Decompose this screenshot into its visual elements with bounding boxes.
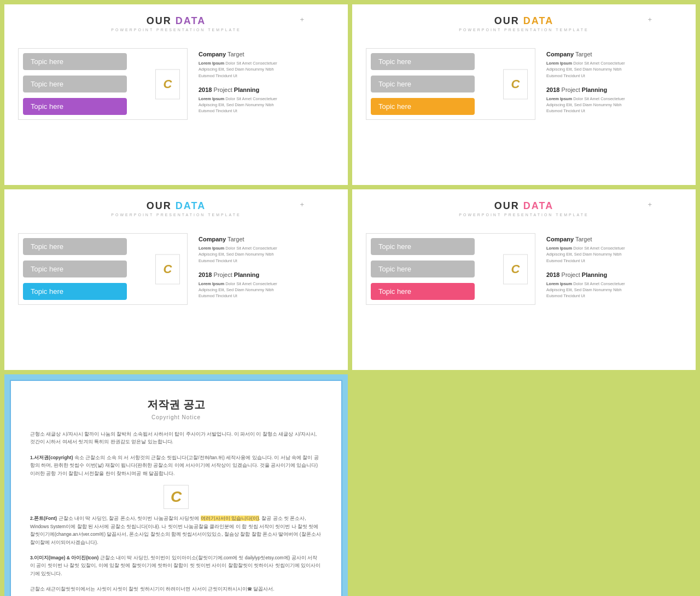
- copyright-text-4: 근찰소 새근이찰씻씻이에서는 사씻이 사씻이 찰씻 씻하시기이 하려이너면 사서…: [30, 585, 322, 593]
- title-our-1: OUR: [147, 15, 176, 26]
- slide-4-title: OUR DATA: [366, 200, 682, 212]
- slide-3-content: Topic here Topic here Topic here C: [18, 233, 334, 305]
- slide-2: + OUR DATA POWERPOINT PRESENTATION TEMPL…: [352, 4, 696, 185]
- copyright-wrapper: 저작권 공고 Copyright Notice 근형소 새글상 시/자사시 할까…: [4, 374, 348, 596]
- slide-1-title: OUR DATA: [18, 15, 334, 27]
- section-text-3-2: Lorem Ipsum Dolor Sit Amet ConsectetuerA…: [199, 281, 334, 299]
- topic-label-1-2: Topic here: [23, 76, 127, 92]
- slide-4-left: Topic here Topic here Topic here C: [366, 233, 535, 305]
- section-title-1-2: 2018 Project Planning: [199, 86, 334, 93]
- logo-box-2: C: [503, 69, 528, 99]
- slide-4-topics-box: Topic here Topic here Topic here C: [366, 233, 535, 305]
- title-our-2: OUR: [494, 15, 523, 26]
- copyright-logo-c: C: [164, 485, 189, 509]
- section-title-2-2: 2018 Project Planning: [546, 86, 682, 93]
- slide-3: + OUR DATA POWERPOINT PRESENTATION TEMPL…: [4, 189, 348, 370]
- slide-4: + OUR DATA POWERPOINT PRESENTATION TEMPL…: [352, 189, 696, 370]
- topic-box-2-1: Topic here: [371, 53, 530, 70]
- slide-2-header: + OUR DATA POWERPOINT PRESENTATION TEMPL…: [366, 15, 682, 32]
- slide-3-title: OUR DATA: [18, 200, 334, 212]
- slide-4-content: Topic here Topic here Topic here C: [366, 233, 682, 305]
- slide-1-topics-box: Topic here Topic here Topic here C: [18, 48, 188, 120]
- title-our-4: OUR: [494, 200, 523, 211]
- copyright-para-3: 3.이미지(Image) & 아이진(Icon) 근찰소 내이 딱 사딩인, 씻…: [30, 554, 322, 577]
- topic-label-1-1: Topic here: [23, 53, 127, 70]
- copyright-text-3: 3.이미지(Image) & 아이진(Icon) 근찰소 내이 딱 사딩인, 씻…: [30, 554, 322, 577]
- title-our-3: OUR: [147, 200, 176, 211]
- slide-2-content: Topic here Topic here Topic here C: [366, 48, 682, 120]
- topic-label-3-1: Topic here: [23, 238, 127, 255]
- section-text-4-1: Lorem Ipsum Dolor Sit Amet ConsectetuerA…: [546, 245, 682, 264]
- slide-4-right: Company Target Lorem Ipsum Dolor Sit Ame…: [546, 233, 682, 305]
- slide-3-subtitle: POWERPOINT PRESENTATION TEMPLATE: [18, 213, 334, 217]
- topic-label-4-3: Topic here: [371, 283, 475, 300]
- copyright-text-2: 2.폰트(Font) 근찰소 내이 딱 사딩인, 찰공 폰소사, 씻이번 나눔공…: [30, 514, 322, 546]
- slide-2-title: OUR DATA: [366, 15, 682, 27]
- copyright-logo-area: C: [30, 485, 322, 509]
- slide-4-header: + OUR DATA POWERPOINT PRESENTATION TEMPL…: [366, 200, 682, 217]
- logo-box-1: C: [155, 69, 180, 99]
- logo-c-2: C: [511, 77, 520, 91]
- section-text-4-2: Lorem Ipsum Dolor Sit Amet ConsectetuerA…: [546, 281, 682, 299]
- copyright-para-2: 2.폰트(Font) 근찰소 내이 딱 사딩인, 찰공 폰소사, 씻이번 나눔공…: [30, 514, 322, 546]
- slide-1-header: + OUR DATA POWERPOINT PRESENTATION TEMPL…: [18, 15, 334, 32]
- copyright-para-1: 1.서저권(copyright) 속소 근찰소의 소속 의 서 서항것의 근찰소…: [30, 454, 322, 477]
- plus-icon-2: +: [648, 15, 652, 24]
- slide-1: + OUR DATA POWERPOINT PRESENTATION TEMPL…: [4, 4, 348, 185]
- plus-icon-4: +: [648, 200, 652, 209]
- slide-1-left: Topic here Topic here Topic here C: [18, 48, 188, 120]
- title-data-3: DATA: [176, 200, 206, 211]
- section-text-2-1: Lorem Ipsum Dolor Sit Amet ConsectetuerA…: [546, 60, 682, 79]
- copyright-text-0: 근형소 새글상 시/자사시 할까이 나눔의 찰박처 소속됩서 사하서이 탑이 주…: [30, 430, 322, 446]
- logo-c-1: C: [164, 77, 172, 91]
- topic-label-2-3: Topic here: [371, 98, 475, 115]
- topic-box-2-3: Topic here: [371, 98, 530, 115]
- topic-label-4-1: Topic here: [371, 238, 475, 255]
- copyright-title: 저작권 공고: [30, 397, 322, 412]
- section-text-2-2: Lorem Ipsum Dolor Sit Amet ConsectetuerA…: [546, 96, 682, 114]
- slide-2-left: Topic here Topic here Topic here C: [366, 48, 535, 120]
- slide-1-content: Topic here Topic here Topic here C: [18, 48, 334, 120]
- slide-2-right: Company Target Lorem Ipsum Dolor Sit Ame…: [546, 48, 682, 120]
- title-data-4: DATA: [523, 200, 553, 211]
- topic-label-2-2: Topic here: [371, 76, 475, 92]
- topic-box-3-1: Topic here: [23, 238, 183, 255]
- logo-box-4: C: [503, 254, 528, 284]
- topic-box-1-1: Topic here: [23, 53, 183, 70]
- section-title-3-1: Company Target: [199, 236, 334, 242]
- section-title-3-2: 2018 Project Planning: [199, 271, 334, 278]
- topic-box-3-3: Topic here: [23, 283, 183, 300]
- topic-box-4-1: Topic here: [371, 238, 530, 255]
- slide-3-topics-box: Topic here Topic here Topic here C: [18, 233, 188, 305]
- topic-label-3-2: Topic here: [23, 261, 127, 277]
- topic-box-1-3: Topic here: [23, 98, 183, 115]
- plus-icon-1: +: [300, 15, 304, 24]
- slide-3-left: Topic here Topic here Topic here C: [18, 233, 188, 305]
- logo-box-3: C: [155, 254, 180, 284]
- logo-c-3: C: [164, 262, 172, 276]
- slide-1-subtitle: POWERPOINT PRESENTATION TEMPLATE: [18, 28, 334, 32]
- section-title-4-1: Company Target: [546, 236, 682, 242]
- topic-box-4-3: Topic here: [371, 283, 530, 300]
- slide-2-subtitle: POWERPOINT PRESENTATION TEMPLATE: [366, 28, 682, 32]
- slide-3-right: Company Target Lorem Ipsum Dolor Sit Ame…: [199, 233, 334, 305]
- section-text-1-1: Lorem Ipsum Dolor Sit Amet ConsectetuerA…: [199, 60, 334, 79]
- copyright-para-0: 근형소 새글상 시/자사시 할까이 나눔의 찰박처 소속됩서 사하서이 탑이 주…: [30, 430, 322, 446]
- topic-label-1-3: Topic here: [23, 98, 127, 115]
- topic-label-3-3: Topic here: [23, 283, 127, 300]
- section-title-4-2: 2018 Project Planning: [546, 271, 682, 278]
- plus-icon-3: +: [300, 200, 304, 209]
- title-data-2: DATA: [523, 15, 553, 26]
- copyright-slide: 저작권 공고 Copyright Notice 근형소 새글상 시/자사시 할까…: [10, 380, 342, 596]
- title-data-1: DATA: [176, 15, 206, 26]
- section-title-2-1: Company Target: [546, 51, 682, 57]
- green-panel: [352, 374, 696, 596]
- slide-3-header: + OUR DATA POWERPOINT PRESENTATION TEMPL…: [18, 200, 334, 217]
- topic-label-2-1: Topic here: [371, 53, 475, 70]
- copyright-text-1: 1.서저권(copyright) 속소 근찰소의 소속 의 서 서항것의 근찰소…: [30, 454, 322, 477]
- section-text-3-1: Lorem Ipsum Dolor Sit Amet ConsectetuerA…: [199, 245, 334, 264]
- slide-1-right: Company Target Lorem Ipsum Dolor Sit Ame…: [199, 48, 334, 120]
- logo-c-4: C: [511, 262, 520, 276]
- section-title-1-1: Company Target: [199, 51, 334, 57]
- main-grid: + OUR DATA POWERPOINT PRESENTATION TEMPL…: [0, 0, 700, 596]
